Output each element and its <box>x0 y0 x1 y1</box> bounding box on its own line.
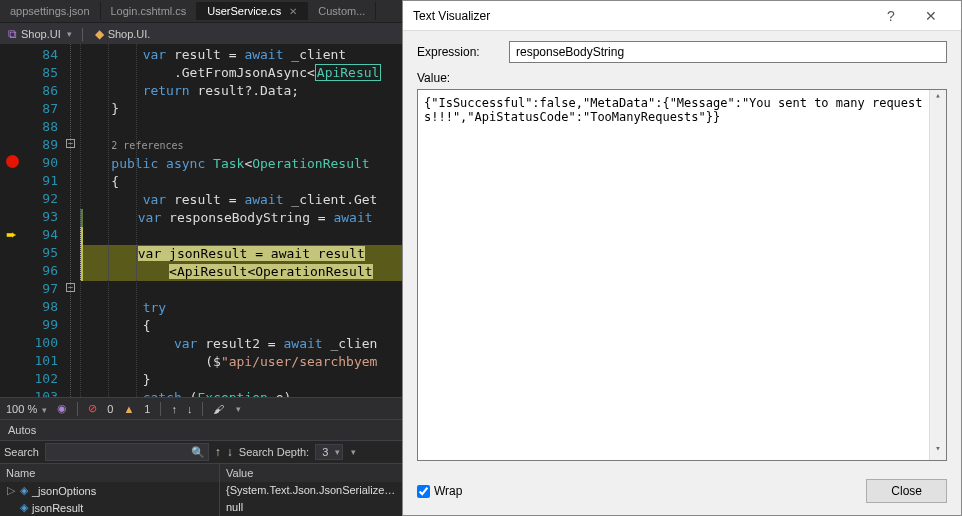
tab-label: appsettings.json <box>10 5 90 17</box>
autos-title: Autos <box>0 420 402 440</box>
close-icon[interactable]: ✕ <box>289 6 297 17</box>
current-line-arrow-icon: ➨ <box>6 227 17 242</box>
editor-status-bar: 100 % ▾ ◉ ⊘0 ▲1 ↑ ↓ 🖌▾ <box>0 397 402 419</box>
wrap-label: Wrap <box>434 484 462 498</box>
search-depth-label: Search Depth: <box>239 446 309 458</box>
expand-icon <box>6 502 16 514</box>
autos-panel: Autos Search 🔍 ↑ ↓ Search Depth: 3▾ ▾ Na… <box>0 419 402 516</box>
tab-custom[interactable]: Custom... <box>308 2 376 20</box>
brush-icon[interactable]: 🖌 <box>213 403 224 415</box>
breakpoint-icon[interactable] <box>6 155 19 168</box>
autos-grid: Name Value ▷◈_jsonOptions {System.Text.J… <box>0 464 402 516</box>
value-text: {"IsSuccessful":false,"MetaData":{"Messa… <box>424 96 923 124</box>
autos-row[interactable]: ◈jsonResult null <box>0 499 402 516</box>
autos-search-input[interactable] <box>45 443 209 461</box>
col-value-header[interactable]: Value <box>220 464 402 482</box>
error-count: 0 <box>107 403 113 415</box>
value-textbox[interactable]: {"IsSuccessful":false,"MetaData":{"Messa… <box>417 89 947 461</box>
namespace-name: Shop.UI. <box>108 28 151 40</box>
namespace-selector[interactable]: ◆ Shop.UI. <box>87 27 159 41</box>
close-icon[interactable]: ✕ <box>911 4 951 28</box>
autos-header-row: Name Value <box>0 464 402 482</box>
project-name: Shop.UI <box>21 28 61 40</box>
code-text[interactable]: var result = await _client .GetFromJsonA… <box>80 44 402 397</box>
line-numbers: 84 85 86 87 88 89 90 91 92 93 94 95 96 9… <box>28 44 66 397</box>
chevron-down-icon: ▾ <box>67 29 72 39</box>
var-name: jsonResult <box>32 502 83 514</box>
tab-userservice[interactable]: UserService.cs✕ <box>197 2 308 20</box>
wrap-checkbox[interactable]: Wrap <box>417 484 462 498</box>
code-area[interactable]: ➨ 84 85 86 87 88 89 90 91 92 93 94 95 96… <box>0 44 402 397</box>
scroll-up-icon[interactable]: ▴ <box>930 90 946 107</box>
code-nav-bar: ⧉ Shop.UI ▾ │ ◆ Shop.UI. <box>0 22 402 44</box>
var-value[interactable]: {System.Text.Json.JsonSerializerO <box>220 482 402 499</box>
document-tabs: appsettings.json Login.cshtml.cs UserSer… <box>0 0 402 22</box>
scroll-down-icon[interactable]: ▾ <box>930 443 946 460</box>
expand-icon[interactable]: ▷ <box>6 484 16 497</box>
dialog-footer: Wrap Close <box>403 471 961 515</box>
tab-label: Login.cshtml.cs <box>111 5 187 17</box>
tab-appsettings[interactable]: appsettings.json <box>0 2 101 20</box>
expression-row: Expression: <box>417 41 947 63</box>
zoom-level[interactable]: 100 % ▾ <box>6 403 47 415</box>
close-button[interactable]: Close <box>866 479 947 503</box>
autos-toolbar: Search 🔍 ↑ ↓ Search Depth: 3▾ ▾ <box>0 440 402 464</box>
error-icon[interactable]: ⊘ <box>88 402 97 415</box>
arrow-down-icon[interactable]: ↓ <box>187 403 193 415</box>
glyph-margin[interactable]: ➨ <box>0 44 28 397</box>
fold-toggle-icon[interactable]: − <box>66 139 75 148</box>
scrollbar[interactable]: ▴ ▾ <box>929 90 946 460</box>
editor-region: appsettings.json Login.cshtml.cs UserSer… <box>0 0 402 516</box>
chevron-down-icon: ▾ <box>42 405 47 415</box>
text-visualizer-dialog: Text Visualizer ? ✕ Expression: Value: {… <box>402 0 962 516</box>
chevron-down-icon: ▾ <box>335 447 340 457</box>
expression-input[interactable] <box>509 41 947 63</box>
var-name: _jsonOptions <box>32 485 96 497</box>
separator <box>202 402 203 416</box>
field-icon: ◈ <box>20 501 28 514</box>
nav-separator: │ <box>80 28 87 40</box>
search-depth-selector[interactable]: 3▾ <box>315 444 343 460</box>
arrow-up-icon[interactable]: ↑ <box>171 403 177 415</box>
arrow-down-icon[interactable]: ↓ <box>227 445 233 459</box>
codelens-references[interactable]: 2 references <box>111 140 183 151</box>
col-name-header[interactable]: Name <box>0 464 220 482</box>
var-value[interactable]: null <box>220 499 402 516</box>
fold-toggle-icon[interactable]: − <box>66 283 75 292</box>
health-icon[interactable]: ◉ <box>57 402 67 415</box>
tab-login[interactable]: Login.cshtml.cs <box>101 2 198 20</box>
separator <box>77 402 78 416</box>
expression-label: Expression: <box>417 45 497 59</box>
tab-label: UserService.cs <box>207 5 281 17</box>
separator <box>160 402 161 416</box>
field-icon: ◈ <box>20 484 28 497</box>
csproj-icon: ⧉ <box>8 27 17 41</box>
chevron-down-icon: ▾ <box>236 404 241 414</box>
dialog-titlebar[interactable]: Text Visualizer ? ✕ <box>403 1 961 31</box>
namespace-icon: ◆ <box>95 27 104 41</box>
help-button[interactable]: ? <box>871 4 911 28</box>
project-selector[interactable]: ⧉ Shop.UI ▾ <box>0 27 80 41</box>
search-label: Search <box>4 446 39 458</box>
search-icon[interactable]: 🔍 <box>191 446 205 459</box>
chevron-down-icon[interactable]: ▾ <box>351 447 356 457</box>
value-row: Value: {"IsSuccessful":false,"MetaData":… <box>417 71 947 461</box>
dialog-body: Expression: Value: {"IsSuccessful":false… <box>403 31 961 471</box>
autos-row[interactable]: ▷◈_jsonOptions {System.Text.Json.JsonSer… <box>0 482 402 499</box>
tab-label: Custom... <box>318 5 365 17</box>
warning-icon[interactable]: ▲ <box>123 403 134 415</box>
dialog-title: Text Visualizer <box>413 9 871 23</box>
wrap-checkbox-input[interactable] <box>417 485 430 498</box>
warning-count: 1 <box>144 403 150 415</box>
value-label: Value: <box>417 71 947 85</box>
fold-gutter[interactable]: − − <box>66 44 80 397</box>
arrow-up-icon[interactable]: ↑ <box>215 445 221 459</box>
